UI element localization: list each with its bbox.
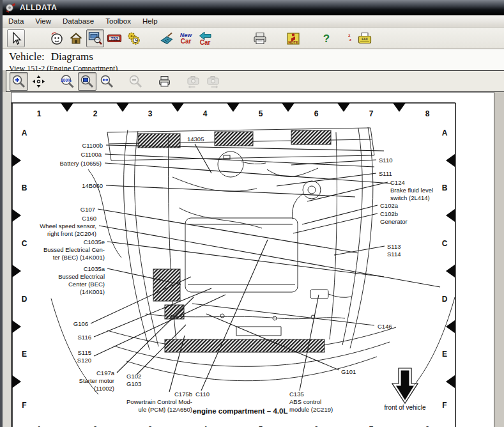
help-question-icon: ? [319,31,334,46]
component-label: Bussed Electrical [58,273,105,280]
printer-icon [252,31,268,46]
component-label: C1100a [80,151,102,158]
title-bar[interactable]: ALLDATA [3,0,504,15]
grid-row-label-left: C [22,239,27,248]
help-button[interactable]: ? [317,29,335,47]
grid-row-label-right: A [442,128,448,137]
fit-width-icon [99,74,115,89]
component-label: (11002) [94,385,114,392]
note-icon: NOTE [286,31,301,46]
alldata-logo-icon [5,3,17,13]
grid-column-label: 3 [148,109,153,118]
component-label: ABS control [289,398,321,405]
car-back-arrow-icon: Car [197,31,213,46]
screen-magnifier-icon [88,31,103,46]
component-label: C1035e [84,238,105,245]
assistant-button[interactable] [48,29,66,47]
component-label: 14B060 [82,182,103,189]
component-label: S113 [387,243,401,250]
pan-arrows-icon [31,74,47,89]
zoom-out-button[interactable] [126,72,145,91]
component-label: G103 [126,380,141,387]
page-header: Vehicle:Diagrams View 151-2 (Engine Comp… [3,49,504,70]
grid-row-label-left: F [22,401,26,410]
grid-column-label: 1 [37,109,42,118]
component-label: S120 [77,357,91,364]
next-view-button[interactable] [204,72,222,91]
grid-row-label-left: D [22,295,27,304]
menu-toolbox[interactable]: Toolbox [100,16,137,26]
new-car-bottom-label: Car [181,38,192,45]
component-label: S111 [379,170,392,177]
standby-moon-icon: z z [338,31,353,46]
new-car-button[interactable]: New Car [177,29,195,47]
fit-width-button[interactable] [98,72,116,91]
pan-button[interactable] [29,72,48,91]
component-label: right front (2C204) [47,230,96,237]
right-gutter [495,92,504,427]
sweep-brush-icon [159,31,174,46]
menu-data[interactable]: Data [3,16,29,26]
zoom-in-icon [11,74,27,89]
car-wash-button[interactable] [158,29,176,47]
component-label: C1100b [82,142,103,149]
main-toolbar: 752 New Car [3,27,504,49]
fax-label: FAX [362,36,368,40]
fit-window-button[interactable] [78,72,96,91]
component-label: Powertrain Control Mod- [126,398,192,405]
fax-button[interactable]: FAX [356,29,374,47]
fax-icon: FAX [357,31,372,46]
diagram-review-button[interactable] [86,29,104,47]
print-button[interactable] [251,29,269,47]
print-diagram-button[interactable] [155,72,174,91]
grid-row-label-right: D [442,295,448,304]
component-label: C110 [195,391,210,398]
select-cursor-button[interactable] [7,29,25,47]
menu-view[interactable]: View [29,16,57,26]
odometer-button[interactable]: 752 [105,29,123,47]
component-label: G106 [73,320,88,327]
maintenance-button[interactable] [125,29,142,47]
component-label: C135 [289,391,304,398]
diagram-caption: engine compartment – 4.0L [193,407,288,415]
component-label: Bussed Electrical Cen- [43,246,105,253]
window-title: ALLDATA [20,3,57,12]
component-label: (14K001) [80,288,105,295]
svg-text:z: z [348,33,351,38]
odometer-label: 752 [111,36,118,40]
previous-view-button[interactable] [184,72,202,91]
left-gutter [3,92,11,427]
zoom-in-button[interactable] [10,72,28,91]
svg-text:z: z [349,38,351,42]
grid-column-label: 6 [314,109,319,118]
component-label: Battery (10655) [60,160,102,167]
component-label: C102a [380,202,399,209]
component-label: Wheel speed sensor, [40,222,96,229]
grid-column-label: 4 [203,109,208,118]
home-button[interactable] [67,29,85,47]
previous-car-label: Car [200,38,211,45]
component-label: S110 [379,157,392,164]
component-label: module (2C219) [289,406,333,413]
grid-row-label-left: A [22,128,27,137]
grid-row-label-right: B [442,183,448,192]
component-label: G102 [126,373,141,380]
component-label: S116 [78,334,91,341]
component-label: C146 [378,323,392,330]
home-icon [68,31,84,46]
component-label: Center (BEC) [68,281,105,288]
diagram-viewport[interactable]: 1122334455667788AABBCCDDEEFFC1100bC1100a… [11,92,494,427]
zoom-100-button[interactable]: 100% [58,72,77,91]
grid-column-label: 7 [369,109,374,118]
component-label: Starter motor [79,377,114,384]
new-car-icon: New Car [178,31,194,46]
grid-row-label-left: B [22,183,27,192]
notes-button[interactable]: NOTE [284,29,302,47]
standby-button[interactable]: z z [337,29,355,47]
previous-car-button[interactable]: Car [196,29,214,47]
menu-database[interactable]: Database [57,16,100,26]
component-label: 14305 [187,136,204,143]
menu-help[interactable]: Help [137,16,164,26]
zoom-toolbar: 100% [6,70,504,92]
component-label: C160 [82,215,96,222]
